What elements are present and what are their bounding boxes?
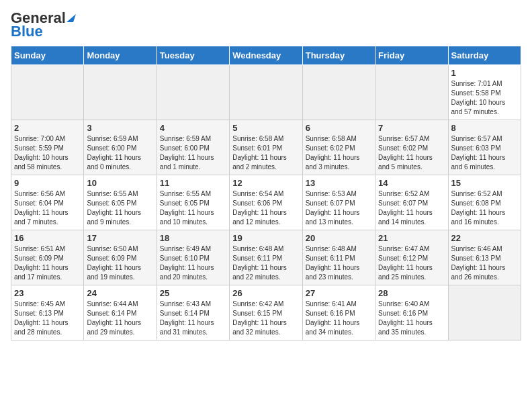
day-number: 12 bbox=[232, 178, 299, 188]
calendar-day-cell bbox=[157, 65, 229, 120]
day-info: Sunrise: 6:44 AM Sunset: 6:14 PM Dayligh… bbox=[87, 300, 153, 337]
calendar-day-cell: 24Sunrise: 6:44 AM Sunset: 6:14 PM Dayli… bbox=[84, 285, 157, 340]
calendar-day-header: Tuesday bbox=[157, 46, 229, 65]
calendar-day-cell: 20Sunrise: 6:48 AM Sunset: 6:11 PM Dayli… bbox=[302, 230, 375, 285]
logo-bird-icon bbox=[66, 11, 76, 22]
calendar-day-cell bbox=[84, 65, 157, 120]
calendar-day-cell: 26Sunrise: 6:42 AM Sunset: 6:15 PM Dayli… bbox=[230, 285, 302, 340]
day-number: 23 bbox=[14, 288, 81, 298]
day-number: 24 bbox=[87, 288, 153, 298]
day-number: 1 bbox=[451, 68, 518, 78]
day-info: Sunrise: 6:52 AM Sunset: 6:08 PM Dayligh… bbox=[451, 189, 518, 227]
calendar-header-row: SundayMondayTuesdayWednesdayThursdayFrid… bbox=[11, 46, 521, 65]
day-info: Sunrise: 6:49 AM Sunset: 6:10 PM Dayligh… bbox=[160, 244, 226, 282]
calendar-day-cell: 4Sunrise: 6:59 AM Sunset: 6:00 PM Daylig… bbox=[157, 120, 229, 175]
calendar-week-row: 9Sunrise: 6:56 AM Sunset: 6:04 PM Daylig… bbox=[11, 175, 521, 230]
calendar-day-header: Wednesday bbox=[230, 46, 302, 65]
calendar-day-cell: 14Sunrise: 6:52 AM Sunset: 6:07 PM Dayli… bbox=[375, 175, 448, 230]
day-number: 4 bbox=[160, 123, 226, 133]
calendar-day-cell: 9Sunrise: 6:56 AM Sunset: 6:04 PM Daylig… bbox=[11, 175, 84, 230]
day-info: Sunrise: 6:59 AM Sunset: 6:00 PM Dayligh… bbox=[160, 134, 226, 172]
calendar-table: SundayMondayTuesdayWednesdayThursdayFrid… bbox=[11, 46, 521, 340]
calendar-day-cell: 19Sunrise: 6:48 AM Sunset: 6:11 PM Dayli… bbox=[230, 230, 302, 285]
calendar-day-header: Sunday bbox=[11, 46, 84, 65]
calendar-day-header: Saturday bbox=[448, 46, 521, 65]
calendar-day-cell: 21Sunrise: 6:47 AM Sunset: 6:12 PM Dayli… bbox=[375, 230, 448, 285]
calendar-day-cell: 8Sunrise: 6:57 AM Sunset: 6:03 PM Daylig… bbox=[448, 120, 521, 175]
calendar-day-header: Monday bbox=[84, 46, 157, 65]
day-number: 8 bbox=[451, 123, 518, 133]
day-number: 11 bbox=[160, 178, 226, 188]
day-number: 14 bbox=[378, 178, 445, 188]
day-info: Sunrise: 6:52 AM Sunset: 6:07 PM Dayligh… bbox=[378, 189, 445, 227]
calendar-day-cell: 15Sunrise: 6:52 AM Sunset: 6:08 PM Dayli… bbox=[448, 175, 521, 230]
day-number: 17 bbox=[87, 233, 153, 243]
day-info: Sunrise: 6:59 AM Sunset: 6:00 PM Dayligh… bbox=[87, 134, 153, 172]
day-info: Sunrise: 6:58 AM Sunset: 6:02 PM Dayligh… bbox=[306, 134, 372, 172]
day-number: 20 bbox=[306, 233, 372, 243]
calendar-day-cell: 5Sunrise: 6:58 AM Sunset: 6:01 PM Daylig… bbox=[230, 120, 302, 175]
day-number: 18 bbox=[160, 233, 226, 243]
day-info: Sunrise: 6:53 AM Sunset: 6:07 PM Dayligh… bbox=[306, 189, 372, 227]
calendar-week-row: 2Sunrise: 7:00 AM Sunset: 5:59 PM Daylig… bbox=[11, 120, 521, 175]
day-number: 22 bbox=[451, 233, 518, 243]
calendar-day-cell bbox=[448, 285, 521, 340]
calendar-week-row: 16Sunrise: 6:51 AM Sunset: 6:09 PM Dayli… bbox=[11, 230, 521, 285]
day-info: Sunrise: 7:01 AM Sunset: 5:58 PM Dayligh… bbox=[451, 79, 518, 117]
calendar-day-cell bbox=[11, 65, 84, 120]
day-number: 7 bbox=[378, 123, 445, 133]
calendar-day-cell bbox=[230, 65, 302, 120]
calendar-day-cell bbox=[375, 65, 448, 120]
calendar-day-cell: 28Sunrise: 6:40 AM Sunset: 6:16 PM Dayli… bbox=[375, 285, 448, 340]
day-info: Sunrise: 6:46 AM Sunset: 6:13 PM Dayligh… bbox=[451, 244, 518, 282]
calendar-day-cell: 3Sunrise: 6:59 AM Sunset: 6:00 PM Daylig… bbox=[84, 120, 157, 175]
calendar-day-cell: 7Sunrise: 6:57 AM Sunset: 6:02 PM Daylig… bbox=[375, 120, 448, 175]
calendar-day-cell: 11Sunrise: 6:55 AM Sunset: 6:05 PM Dayli… bbox=[157, 175, 229, 230]
day-number: 21 bbox=[378, 233, 445, 243]
day-number: 9 bbox=[14, 178, 81, 188]
day-info: Sunrise: 6:51 AM Sunset: 6:09 PM Dayligh… bbox=[14, 244, 81, 282]
day-info: Sunrise: 6:41 AM Sunset: 6:16 PM Dayligh… bbox=[306, 300, 372, 337]
calendar-day-cell: 10Sunrise: 6:55 AM Sunset: 6:05 PM Dayli… bbox=[84, 175, 157, 230]
logo-blue-part: Blue bbox=[11, 23, 43, 40]
day-info: Sunrise: 6:57 AM Sunset: 6:02 PM Dayligh… bbox=[378, 134, 445, 172]
day-info: Sunrise: 6:55 AM Sunset: 6:05 PM Dayligh… bbox=[160, 189, 226, 227]
calendar-day-header: Thursday bbox=[302, 46, 375, 65]
svg-marker-0 bbox=[66, 14, 76, 22]
calendar-day-cell: 27Sunrise: 6:41 AM Sunset: 6:16 PM Dayli… bbox=[302, 285, 375, 340]
day-number: 26 bbox=[232, 288, 299, 298]
day-number: 27 bbox=[306, 288, 372, 298]
day-info: Sunrise: 6:57 AM Sunset: 6:03 PM Dayligh… bbox=[451, 134, 518, 172]
calendar-day-cell: 1Sunrise: 7:01 AM Sunset: 5:58 PM Daylig… bbox=[448, 65, 521, 120]
calendar-week-row: 1Sunrise: 7:01 AM Sunset: 5:58 PM Daylig… bbox=[11, 65, 521, 120]
day-number: 5 bbox=[232, 123, 299, 133]
calendar-day-header: Friday bbox=[375, 46, 448, 65]
day-number: 16 bbox=[14, 233, 81, 243]
day-number: 10 bbox=[87, 178, 153, 188]
calendar-day-cell: 6Sunrise: 6:58 AM Sunset: 6:02 PM Daylig… bbox=[302, 120, 375, 175]
day-info: Sunrise: 6:45 AM Sunset: 6:13 PM Dayligh… bbox=[14, 300, 81, 337]
day-number: 6 bbox=[306, 123, 372, 133]
day-number: 15 bbox=[451, 178, 518, 188]
day-number: 13 bbox=[306, 178, 372, 188]
day-number: 2 bbox=[14, 123, 81, 133]
calendar-day-cell: 2Sunrise: 7:00 AM Sunset: 5:59 PM Daylig… bbox=[11, 120, 84, 175]
calendar-day-cell: 22Sunrise: 6:46 AM Sunset: 6:13 PM Dayli… bbox=[448, 230, 521, 285]
calendar-day-cell: 18Sunrise: 6:49 AM Sunset: 6:10 PM Dayli… bbox=[157, 230, 229, 285]
day-number: 3 bbox=[87, 123, 153, 133]
day-number: 28 bbox=[378, 288, 445, 298]
logo: General Blue bbox=[11, 11, 77, 40]
day-info: Sunrise: 6:42 AM Sunset: 6:15 PM Dayligh… bbox=[232, 300, 299, 337]
day-info: Sunrise: 6:56 AM Sunset: 6:04 PM Dayligh… bbox=[14, 189, 81, 227]
calendar-day-cell: 16Sunrise: 6:51 AM Sunset: 6:09 PM Dayli… bbox=[11, 230, 84, 285]
day-info: Sunrise: 7:00 AM Sunset: 5:59 PM Dayligh… bbox=[14, 134, 81, 172]
day-info: Sunrise: 6:48 AM Sunset: 6:11 PM Dayligh… bbox=[306, 244, 372, 282]
day-number: 19 bbox=[232, 233, 299, 243]
calendar-day-cell: 25Sunrise: 6:43 AM Sunset: 6:14 PM Dayli… bbox=[157, 285, 229, 340]
day-info: Sunrise: 6:54 AM Sunset: 6:06 PM Dayligh… bbox=[232, 189, 299, 227]
day-info: Sunrise: 6:43 AM Sunset: 6:14 PM Dayligh… bbox=[160, 300, 226, 337]
calendar-day-cell: 13Sunrise: 6:53 AM Sunset: 6:07 PM Dayli… bbox=[302, 175, 375, 230]
day-number: 25 bbox=[160, 288, 226, 298]
day-info: Sunrise: 6:50 AM Sunset: 6:09 PM Dayligh… bbox=[87, 244, 153, 282]
calendar-day-cell: 12Sunrise: 6:54 AM Sunset: 6:06 PM Dayli… bbox=[230, 175, 302, 230]
